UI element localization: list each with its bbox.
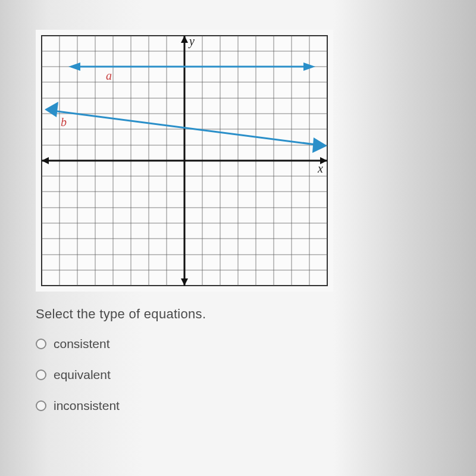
y-axis-label: y bbox=[188, 35, 195, 48]
radio-consistent[interactable] bbox=[36, 339, 46, 349]
option-label: consistent bbox=[54, 337, 110, 351]
question-prompt: Select the type of equations. bbox=[36, 306, 440, 322]
option-consistent[interactable]: consistent bbox=[36, 337, 440, 351]
coordinate-graph: y x a b bbox=[36, 30, 333, 292]
line-a-label: a bbox=[106, 69, 112, 82]
option-label: equivalent bbox=[54, 368, 111, 382]
x-axis-label: x bbox=[317, 162, 323, 175]
radio-inconsistent[interactable] bbox=[36, 400, 46, 411]
option-label: inconsistent bbox=[54, 399, 120, 413]
option-equivalent[interactable]: equivalent bbox=[36, 368, 440, 382]
graph-svg: y x a b bbox=[36, 30, 333, 292]
question-page: y x a b Select the type of equations. co… bbox=[0, 0, 476, 476]
radio-equivalent[interactable] bbox=[36, 369, 46, 380]
option-inconsistent[interactable]: inconsistent bbox=[36, 399, 440, 413]
line-b-label: b bbox=[61, 115, 67, 129]
